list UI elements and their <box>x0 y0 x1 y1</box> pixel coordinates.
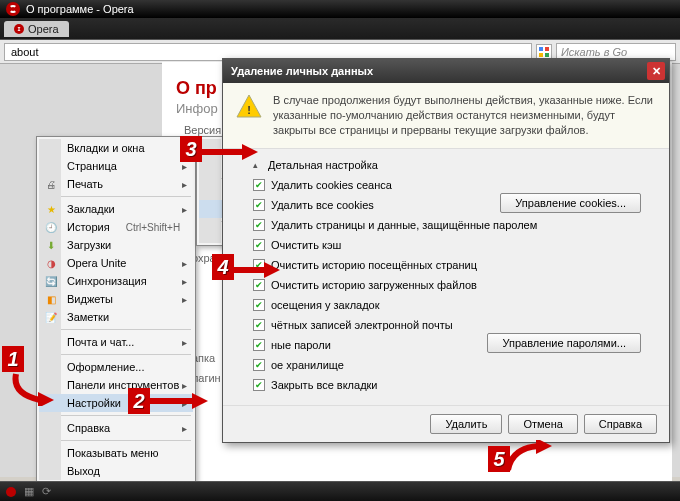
menu-item[interactable]: Панели инструментов <box>39 376 193 394</box>
menu-item-icon: 📝 <box>43 309 59 325</box>
svg-text:!: ! <box>247 104 251 116</box>
menu-item-label: История <box>67 221 110 233</box>
menu-item-label: Opera Unite <box>67 257 171 269</box>
dialog-body: ▴ Детальная настройка Удалить cookies се… <box>223 149 669 405</box>
warning-text: В случае продолжения будут выполнены дей… <box>273 93 657 138</box>
menu-item-label: Страница <box>67 160 171 172</box>
checkbox-row[interactable]: ные паролиУправление паролями... <box>253 335 655 355</box>
menu-item[interactable]: 🔄Синхронизация <box>39 272 193 290</box>
checkbox-row[interactable]: Закрыть все вкладки <box>253 375 655 395</box>
dialog-title: Удаление личных данных <box>231 65 373 77</box>
checkbox-label: осещения у закладок <box>271 299 380 311</box>
help-button[interactable]: Справка <box>584 414 657 434</box>
checkbox-icon <box>253 179 265 191</box>
checkbox-label: Очистить кэш <box>271 239 341 251</box>
close-icon[interactable]: ✕ <box>647 62 665 80</box>
checkbox-icon <box>253 219 265 231</box>
menu-item-label: Закладки <box>67 203 171 215</box>
warning-icon: ! <box>235 93 263 121</box>
checkbox-icon <box>253 319 265 331</box>
menu-item[interactable]: ⬇Загрузки <box>39 236 193 254</box>
dialog-warning: ! В случае продолжения будут выполнены д… <box>223 83 669 149</box>
menu-item-icon: ◑ <box>43 255 59 271</box>
delete-private-data-dialog: Удаление личных данных ✕ ! В случае прод… <box>222 58 670 443</box>
menu-item-label: Печать <box>67 178 171 190</box>
checkbox-row[interactable]: чётных записей электронной почты <box>253 315 655 335</box>
checkbox-icon <box>253 199 265 211</box>
checkbox-row[interactable]: осещения у закладок <box>253 295 655 315</box>
dialog-titlebar: Удаление личных данных ✕ <box>223 59 669 83</box>
menu-item-label: Настройки <box>67 397 171 409</box>
checkbox-label: Удалить cookies сеанса <box>271 179 392 191</box>
menu-item[interactable]: Выход <box>39 462 193 480</box>
dialog-buttons: Удалить Отмена Справка <box>223 405 669 442</box>
menu-item[interactable]: 🖨Печать <box>39 175 193 193</box>
checkbox-icon <box>253 299 265 311</box>
menu-item[interactable]: ◑Opera Unite <box>39 254 193 272</box>
checkbox-row[interactable]: Очистить историю загруженных файлов <box>253 275 655 295</box>
window-title: О программе - Opera <box>26 3 134 15</box>
menu-item[interactable]: Страница <box>39 157 193 175</box>
checkbox-icon <box>253 279 265 291</box>
menu-item-label: Виджеты <box>67 293 171 305</box>
tab-strip: Opera <box>0 18 680 40</box>
menu-item-icon: 🖨 <box>43 176 59 192</box>
tab-opera[interactable]: Opera <box>4 21 69 37</box>
checkbox-icon <box>253 359 265 371</box>
opera-logo-icon <box>6 2 20 16</box>
checkbox-row[interactable]: Очистить историю посещённых страниц <box>253 255 655 275</box>
opera-icon[interactable] <box>6 487 16 497</box>
menu-item[interactable]: ◧Виджеты <box>39 290 193 308</box>
menu-item[interactable]: ★Закладки <box>39 200 193 218</box>
checkbox-label: Удалить все cookies <box>271 199 374 211</box>
window-titlebar: О программе - Opera <box>0 0 680 18</box>
checkbox-label: ные пароли <box>271 339 331 351</box>
menu-item-icon: 🔄 <box>43 273 59 289</box>
checkbox-icon <box>253 379 265 391</box>
checkbox-label: Удалить страницы и данные, защищённые па… <box>271 219 537 231</box>
sync-icon[interactable]: ⟳ <box>42 485 51 498</box>
checkbox-row[interactable]: Удалить все cookiesУправление cookies... <box>253 195 655 215</box>
main-menu: Вкладки и окнаСтраница🖨Печать★Закладки🕘И… <box>36 136 196 483</box>
checkbox-label: Закрыть все вкладки <box>271 379 378 391</box>
cancel-button[interactable]: Отмена <box>508 414 577 434</box>
menu-item-label: Показывать меню <box>67 447 171 459</box>
delete-button[interactable]: Удалить <box>430 414 502 434</box>
menu-item[interactable]: Показывать меню <box>39 444 193 462</box>
expand-label: Детальная настройка <box>268 159 378 171</box>
menu-item[interactable]: Почта и чат... <box>39 333 193 351</box>
manage-cookies-button[interactable]: Управление cookies... <box>500 193 641 213</box>
checkbox-label: Очистить историю посещённых страниц <box>271 259 477 271</box>
checkbox-icon <box>253 239 265 251</box>
menu-item-label: Загрузки <box>67 239 171 251</box>
url-text: about <box>11 46 39 58</box>
menu-item-label: Вкладки и окна <box>67 142 171 154</box>
menu-item[interactable]: 📝Заметки <box>39 308 193 326</box>
checkbox-row[interactable]: Удалить cookies сеанса <box>253 175 655 195</box>
menu-item-shortcut: Ctrl+Shift+H <box>110 222 180 233</box>
menu-item[interactable]: Справка <box>39 419 193 437</box>
checkbox-icon <box>253 339 265 351</box>
opera-logo-icon <box>14 24 24 34</box>
checkbox-row[interactable]: Очистить кэш <box>253 235 655 255</box>
manage-passwords-button[interactable]: Управление паролями... <box>487 333 641 353</box>
menu-item[interactable]: 🕘ИсторияCtrl+Shift+H <box>39 218 193 236</box>
menu-item[interactable]: Оформление... <box>39 358 193 376</box>
menu-item-label: Заметки <box>67 311 171 323</box>
checkbox-icon <box>253 259 265 271</box>
svg-rect-0 <box>539 47 543 51</box>
expand-toggle[interactable]: ▴ Детальная настройка <box>253 155 655 175</box>
menu-item-label: Синхронизация <box>67 275 171 287</box>
tab-label: Opera <box>28 23 59 35</box>
checkbox-label: чётных записей электронной почты <box>271 319 453 331</box>
checkbox-row[interactable]: ое хранилище <box>253 355 655 375</box>
menu-item[interactable]: Вкладки и окна <box>39 139 193 157</box>
checkbox-label: Очистить историю загруженных файлов <box>271 279 477 291</box>
menu-item-icon: ⬇ <box>43 237 59 253</box>
svg-rect-1 <box>545 47 549 51</box>
checkbox-row[interactable]: Удалить страницы и данные, защищённые па… <box>253 215 655 235</box>
collapse-icon: ▴ <box>253 160 258 170</box>
menu-item-label: Панели инструментов <box>67 379 179 391</box>
menu-item[interactable]: Настройки <box>39 394 193 412</box>
panel-icon[interactable]: ▦ <box>24 485 34 498</box>
